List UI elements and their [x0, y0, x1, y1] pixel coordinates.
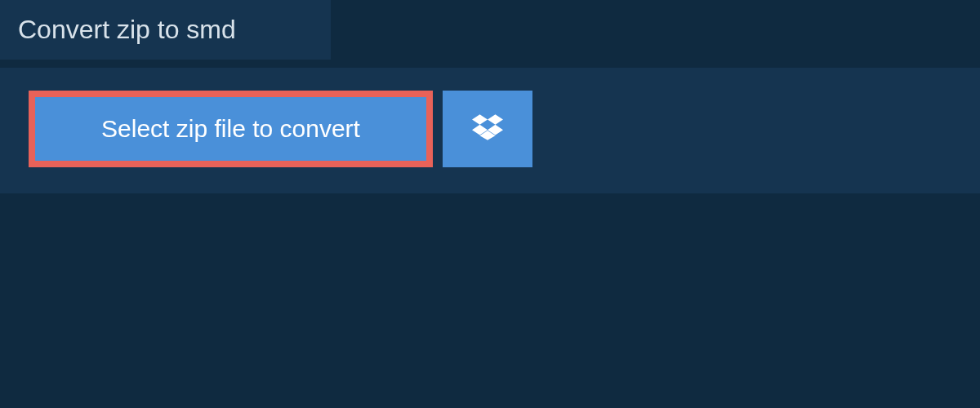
- select-file-button[interactable]: Select zip file to convert: [29, 91, 433, 167]
- page-title: Convert zip to smd: [18, 15, 300, 45]
- dropbox-button[interactable]: [443, 91, 532, 167]
- content-panel: Select zip file to convert: [0, 68, 980, 193]
- button-row: Select zip file to convert: [29, 91, 951, 167]
- select-file-label: Select zip file to convert: [101, 115, 360, 143]
- tab-header: Convert zip to smd: [0, 0, 331, 60]
- dropbox-icon: [472, 112, 503, 146]
